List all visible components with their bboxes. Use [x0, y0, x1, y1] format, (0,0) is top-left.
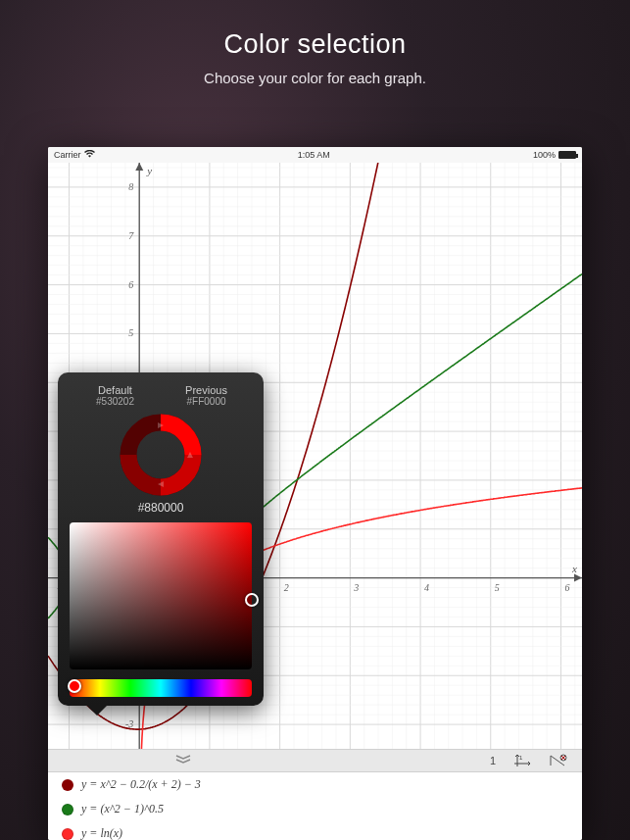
- default-label: Default: [70, 384, 161, 396]
- function-color-dot[interactable]: [62, 779, 73, 791]
- promo-subtitle: Choose your color for each graph.: [0, 70, 630, 86]
- function-expr: y = ln(x): [81, 826, 122, 840]
- function-color-dot[interactable]: [62, 804, 73, 815]
- saturation-handle[interactable]: [245, 593, 259, 607]
- function-row[interactable]: y = ln(x): [48, 821, 582, 840]
- carrier-label: Carrier: [54, 150, 81, 160]
- hue-handle[interactable]: [68, 679, 81, 693]
- hue-slider[interactable]: [70, 679, 252, 697]
- color-picker[interactable]: Default #530202 Previous #FF0000 #880000: [58, 372, 264, 706]
- battery-icon: [558, 151, 576, 159]
- svg-text:2: 2: [284, 582, 289, 593]
- saturation-box[interactable]: [70, 522, 252, 669]
- device-frame: Carrier 1:05 AM 100% 0123456-112345678-1…: [48, 147, 582, 840]
- svg-text:y: y: [146, 165, 152, 176]
- default-hex: #530202: [70, 396, 161, 407]
- previous-swatch[interactable]: Previous #FF0000: [161, 384, 252, 407]
- battery-pct: 100%: [533, 150, 556, 160]
- svg-text:1: 1: [519, 755, 523, 761]
- previous-label: Previous: [161, 384, 252, 396]
- function-list: y = x^2 − 0.2/(x + 2) − 3y = (x^2 − 1)^0…: [48, 772, 582, 840]
- settings-button[interactable]: [545, 754, 572, 767]
- color-ring[interactable]: [70, 413, 252, 497]
- function-row[interactable]: y = (x^2 − 1)^0.5: [48, 797, 582, 821]
- graph-toolbar: 1 1: [48, 749, 582, 772]
- svg-text:3: 3: [353, 582, 359, 593]
- svg-text:6: 6: [564, 582, 569, 593]
- function-expr: y = (x^2 − 1)^0.5: [81, 802, 164, 816]
- function-expr: y = x^2 − 0.2/(x + 2) − 3: [81, 777, 201, 792]
- expand-icon[interactable]: [175, 755, 191, 766]
- clock: 1:05 AM: [298, 150, 330, 160]
- svg-text:5: 5: [495, 582, 500, 593]
- previous-hex: #FF0000: [161, 396, 252, 407]
- promo-title: Color selection: [0, 29, 630, 60]
- unit-label: 1: [486, 755, 500, 766]
- selected-hex: #880000: [70, 501, 252, 515]
- axes-toggle-button[interactable]: 1: [509, 754, 535, 767]
- svg-text:4: 4: [424, 582, 429, 593]
- svg-text:6: 6: [128, 279, 133, 290]
- svg-text:5: 5: [128, 327, 133, 338]
- status-bar: Carrier 1:05 AM 100%: [48, 147, 582, 163]
- svg-text:8: 8: [128, 181, 133, 192]
- default-swatch[interactable]: Default #530202: [70, 384, 161, 407]
- svg-text:x: x: [571, 563, 577, 574]
- function-row[interactable]: y = x^2 − 0.2/(x + 2) − 3: [48, 772, 582, 797]
- function-color-dot[interactable]: [62, 828, 73, 840]
- wifi-icon: [84, 150, 95, 160]
